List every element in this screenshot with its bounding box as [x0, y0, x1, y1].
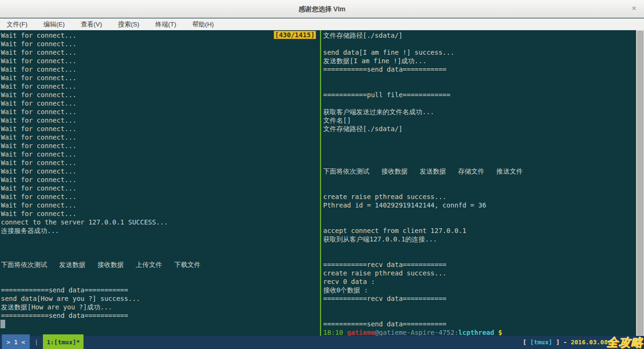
terminal-line: ===========recv data=========== — [323, 260, 636, 269]
terminal-line — [323, 99, 636, 108]
menu-item-2[interactable]: 查看(V) — [76, 19, 107, 30]
terminal-line: accept connect from client 127.0.0.1 — [323, 226, 636, 235]
terminal-line: recv 0 data : — [323, 277, 636, 286]
terminal-line: 获取客户端发送过来的文件名成功... — [323, 108, 636, 116]
status-bracket-close: ] - — [552, 339, 571, 346]
prompt-segment: @gatieme-Aspire-4752: — [375, 329, 459, 336]
terminal-line — [323, 133, 636, 141]
terminal-line: Wait for connect... — [1, 40, 319, 48]
menu-item-4[interactable]: 终端(T) — [151, 19, 181, 30]
terminal-line: 发送数据[How are you ?]成功... — [1, 303, 319, 311]
terminal-line — [323, 158, 636, 167]
window-titlebar[interactable]: 感谢您选择 VIm × — [0, 0, 644, 18]
right-pane-lines: 文件存储路径[./sdata/] send data[I am fine !] … — [322, 30, 636, 336]
terminal-line: 获取到从客户端127.0.0.1的连接... — [323, 235, 636, 243]
terminal-line: ============send data=========== — [1, 311, 319, 320]
terminal-line: Wait for connect... — [1, 57, 319, 65]
menu-item-0[interactable]: 文件(F) — [2, 19, 32, 30]
terminal-area: Wait for connect...Wait for connect...Wa… — [0, 30, 644, 336]
tmux-window-tab[interactable]: 1:[tmux]* — [43, 334, 84, 349]
terminal-line: Wait for connect... — [1, 74, 319, 82]
terminal-line: Wait for connect... — [1, 201, 319, 209]
terminal-line — [323, 243, 636, 252]
status-right: [ [tmux] ] - 2016.03.08 — [523, 336, 608, 349]
prompt-segment: gatieme — [347, 329, 375, 336]
prompt-segment: lcpthread — [459, 329, 494, 336]
terminal-line — [323, 141, 636, 150]
status-separator: | — [34, 336, 38, 349]
terminal-line — [1, 235, 319, 243]
scrollbar[interactable] — [636, 30, 644, 336]
menu-bar: 文件(F)编辑(E)查看(V)搜索(S)终端(T)帮助(H) — [0, 18, 644, 30]
terminal-line: ===========send data=========== — [323, 65, 636, 74]
terminal-line: ============send data=========== — [1, 286, 319, 294]
terminal-line: Wait for connect... — [1, 133, 319, 141]
menu-item-1[interactable]: 编辑(E) — [39, 19, 69, 30]
terminal-line: Wait for connect... — [1, 209, 319, 218]
terminal-window: 感谢您选择 VIm × 文件(F)编辑(E)查看(V)搜索(S)终端(T)帮助(… — [0, 0, 644, 349]
status-left: > 1 < | 1:[tmux]* — [2, 336, 84, 349]
tmux-session-name: [tmux] — [530, 339, 552, 346]
terminal-line: connect to the server 127.0.0.1 SUCCESS.… — [1, 218, 319, 226]
terminal-line — [1, 269, 319, 277]
terminal-line: send data[I am fine !] success... — [323, 48, 636, 57]
terminal-line — [323, 82, 636, 91]
terminal-line: 下面将依次测试 发送数据 接收数据 上传文件 下载文件 — [1, 260, 319, 269]
terminal-line: Wait for connect... — [1, 99, 319, 108]
terminal-line: 18:10 gatieme@gatieme-Aspire-4752:lcpthr… — [323, 328, 636, 336]
terminal-line — [323, 252, 636, 260]
left-terminal-pane[interactable]: Wait for connect...Wait for connect...Wa… — [0, 30, 319, 336]
terminal-line: Wait for connect... — [1, 65, 319, 74]
terminal-line: Wait for connect... — [1, 167, 319, 175]
terminal-line — [1, 320, 319, 328]
terminal-line: Wait for connect... — [1, 184, 319, 192]
close-icon[interactable]: × — [630, 4, 638, 13]
terminal-line: ===========pull file============ — [323, 91, 636, 99]
terminal-line: Wait for connect... — [1, 125, 319, 133]
terminal-line: Wait for connect... — [1, 91, 319, 99]
terminal-line — [323, 40, 636, 48]
terminal-line: Wait for connect... — [1, 158, 319, 167]
terminal-line — [1, 243, 319, 252]
prompt-segment: 18:10 — [323, 329, 347, 336]
terminal-line: Wait for connect... — [1, 108, 319, 116]
terminal-line: 文件存储路径[./sdata/] — [323, 125, 636, 133]
terminal-line — [323, 175, 636, 184]
terminal-line: Wait for connect... — [1, 175, 319, 184]
left-pane-lines: Wait for connect...Wait for connect...Wa… — [0, 30, 319, 328]
terminal-line: 发送数据[I am fine !]成功... — [323, 57, 636, 65]
right-terminal-pane[interactable]: 文件存储路径[./sdata/] send data[I am fine !] … — [322, 30, 636, 336]
terminal-line — [323, 184, 636, 192]
terminal-line — [323, 209, 636, 218]
terminal-line — [1, 277, 319, 286]
terminal-line: send data[How are you ?] success... — [1, 294, 319, 303]
terminal-line: 接收0个数据 : — [323, 286, 636, 294]
terminal-line — [323, 303, 636, 311]
status-bracket-open: [ — [523, 339, 530, 346]
terminal-line — [323, 311, 636, 320]
terminal-line: 下面将依次测试 接收数据 发送数据 存储文件 推送文件 — [323, 167, 636, 175]
window-title: 感谢您选择 VIm — [0, 5, 644, 14]
scrollbar-thumb[interactable] — [637, 31, 643, 335]
terminal-line: Wait for connect... — [1, 150, 319, 158]
tmux-pane-indicator[interactable]: > 1 < — [2, 334, 30, 349]
terminal-line: create raise pthread success... — [323, 269, 636, 277]
terminal-line: 文件存储路径[./sdata/] — [323, 31, 636, 40]
terminal-line: ===========send data=========== — [323, 320, 636, 328]
terminal-line: Wait for connect... — [1, 48, 319, 57]
terminal-line — [323, 150, 636, 158]
terminal-line: Wait for connect... — [1, 141, 319, 150]
terminal-line: Pthread id = 140292919142144, connfd = 3… — [323, 201, 636, 209]
status-date: 2016.03.08 — [571, 339, 608, 346]
terminal-line — [323, 218, 636, 226]
terminal-line: Wait for connect... — [1, 192, 319, 201]
terminal-line: Wait for connect... — [1, 31, 319, 40]
terminal-cursor — [0, 320, 5, 328]
menu-item-3[interactable]: 搜索(S) — [113, 19, 144, 30]
copy-mode-position-badge: [430/1415] — [274, 31, 316, 39]
terminal-line — [1, 252, 319, 260]
tmux-status-bar: > 1 < | 1:[tmux]* [ [tmux] ] - 2016.03.0… — [0, 336, 644, 349]
terminal-line: ===========recv data=========== — [323, 294, 636, 303]
menu-item-5[interactable]: 帮助(H) — [188, 19, 219, 30]
terminal-line: Wait for connect... — [1, 82, 319, 91]
